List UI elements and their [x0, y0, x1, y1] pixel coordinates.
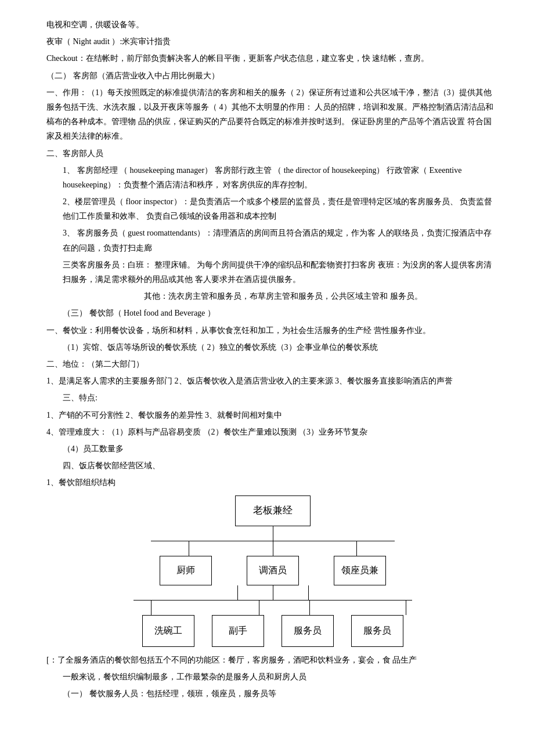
line-18: 1、产销的不可分割性 2、餐饮服务的差异性 3、就餐时间相对集中 — [46, 408, 499, 422]
line-16: 1、是满足客人需求的主要服务部门 2、饭店餐饮收入是酒店营业收入的主要来源 3、… — [46, 374, 499, 388]
org-l3-2: 副手 — [212, 615, 264, 647]
line-15: 二、地位：（第二大部门） — [46, 357, 499, 371]
line-12: （三） 餐饮部（ Hotel food and Beverage ） — [46, 306, 499, 320]
line-22: 1、餐饮部组织结构 — [46, 475, 499, 490]
line-7: 1、 客房部经理 （ housekeeping manager） 客房部行政主管… — [46, 163, 499, 192]
line-13: 一、餐饮业：利用餐饮设备，场所和材料，从事饮食烹饪和加工，为社会生活服务的生产经… — [46, 323, 499, 338]
line-25: （一） 餐饮服务人员：包括经理，领班，领座员，服务员等 — [46, 686, 499, 701]
line-17: 三、特点: — [46, 390, 499, 405]
line-3: Checkout：在结帐时，前厅部负责解决客人的帐目平衡，更新客户状态信息，建立… — [46, 51, 499, 66]
line-8: 2、楼层管理员（ floor inspector）：是负责酒店一个或多个楼层的监… — [46, 194, 499, 223]
line-20: （4）员工数量多 — [46, 442, 499, 456]
line-24: 一般来说，餐饮组织编制最多，工作最繁杂的是服务人员和厨房人员 — [46, 670, 499, 684]
org-l3-1: 洗碗工 — [142, 615, 194, 647]
org-l3-3: 服务员 — [282, 615, 334, 647]
line-14: （1）宾馆、饭店等场所设的餐饮系统（ 2）独立的餐饮系统（3）企事业单位的餐饮系… — [46, 340, 499, 355]
document-content: 电视和空调，供暖设备等。 夜审（ Night audit ）:米宾审计指贵 Ch… — [46, 17, 499, 701]
line-9: 3、 客房服务员（ guest roomattendants）：清理酒店的房间而… — [46, 226, 499, 255]
org-l2-1: 厨师 — [160, 556, 212, 585]
org-l3-4: 服务员 — [351, 615, 403, 647]
line-5: 一、作用：（1）每天按照既定的标准提供清洁的客房和相关的服务（ 2）保证所有过道… — [46, 85, 499, 144]
org-root: 老板兼经 — [235, 495, 311, 526]
line-21: 四、饭店餐饮部经营区域、 — [46, 458, 499, 473]
line-11: 其他：洗衣房主管和服务员，布草房主管和服务员，公共区域主管和 服务员。 — [46, 289, 499, 303]
line-2: 夜审（ Night audit ）:米宾审计指贵 — [46, 34, 499, 49]
line-10: 三类客房服务员：白班： 整理床铺。 为每个房间提供干净的缩织品和配套物资打扫客房… — [46, 258, 499, 287]
line-6: 二、客房部人员 — [46, 146, 499, 161]
org-chart: 老板兼经 厨师 调酒员 领座员兼 — [46, 495, 499, 646]
line-19: 4、管理难度大：（1）原料与产品容易变质 （2）餐饮生产量难以预测 （3）业务环… — [46, 425, 499, 439]
org-l2-3: 领座员兼 — [334, 556, 386, 585]
line-1: 电视和空调，供暖设备等。 — [46, 17, 499, 32]
line-23: [：了全服务酒店的餐饮部包括五个不同的功能区：餐厅，客房服务，酒吧和饮料业务，宴… — [46, 653, 499, 667]
org-l2-2: 调酒员 — [247, 556, 299, 585]
line-4: （二） 客房部（酒店营业收入中占用比例最大） — [46, 68, 499, 83]
